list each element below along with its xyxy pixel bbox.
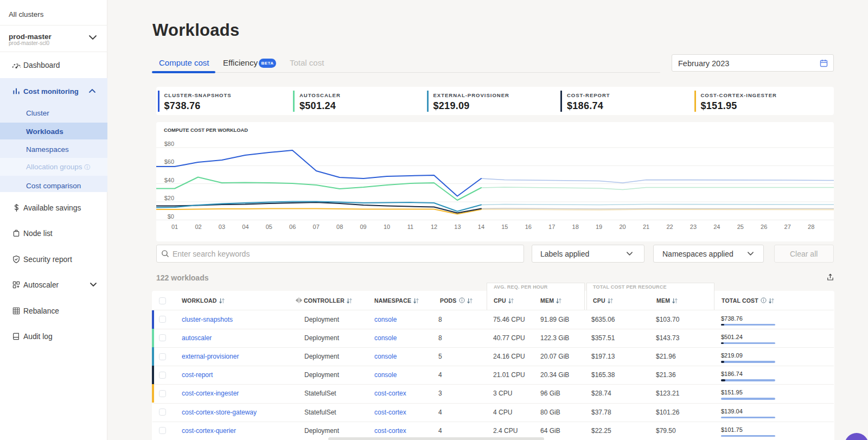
svg-text:18: 18 — [572, 224, 579, 230]
svg-text:COMPUTE COST PER WORKLOAD: COMPUTE COST PER WORKLOAD — [164, 127, 248, 133]
svg-text:06: 06 — [289, 224, 296, 230]
svg-text:23: 23 — [690, 224, 697, 230]
svg-text:$80: $80 — [164, 141, 174, 147]
svg-text:21: 21 — [643, 224, 649, 230]
svg-text:19: 19 — [596, 224, 602, 230]
svg-text:01: 01 — [171, 224, 178, 230]
svg-text:08: 08 — [336, 224, 343, 230]
svg-text:13: 13 — [454, 224, 461, 230]
svg-text:17: 17 — [548, 224, 555, 230]
svg-text:25: 25 — [737, 224, 744, 230]
svg-text:03: 03 — [219, 224, 225, 230]
svg-text:24: 24 — [713, 224, 720, 230]
svg-text:$20: $20 — [164, 195, 174, 201]
svg-text:16: 16 — [525, 224, 532, 230]
svg-text:22: 22 — [666, 224, 673, 230]
svg-text:$40: $40 — [164, 177, 174, 183]
svg-text:05: 05 — [266, 224, 272, 230]
svg-text:10: 10 — [384, 224, 390, 230]
svg-text:14: 14 — [478, 224, 484, 230]
svg-text:11: 11 — [407, 224, 413, 230]
svg-text:26: 26 — [761, 224, 767, 230]
svg-text:20: 20 — [619, 224, 626, 230]
svg-text:$60: $60 — [164, 158, 174, 165]
svg-text:02: 02 — [195, 224, 201, 230]
svg-text:09: 09 — [360, 224, 366, 230]
svg-text:04: 04 — [242, 224, 248, 230]
svg-text:15: 15 — [501, 224, 508, 230]
svg-text:27: 27 — [784, 224, 791, 230]
svg-text:12: 12 — [431, 224, 437, 230]
svg-text:07: 07 — [313, 224, 320, 230]
svg-text:$0: $0 — [168, 213, 174, 220]
svg-text:28: 28 — [808, 224, 814, 230]
